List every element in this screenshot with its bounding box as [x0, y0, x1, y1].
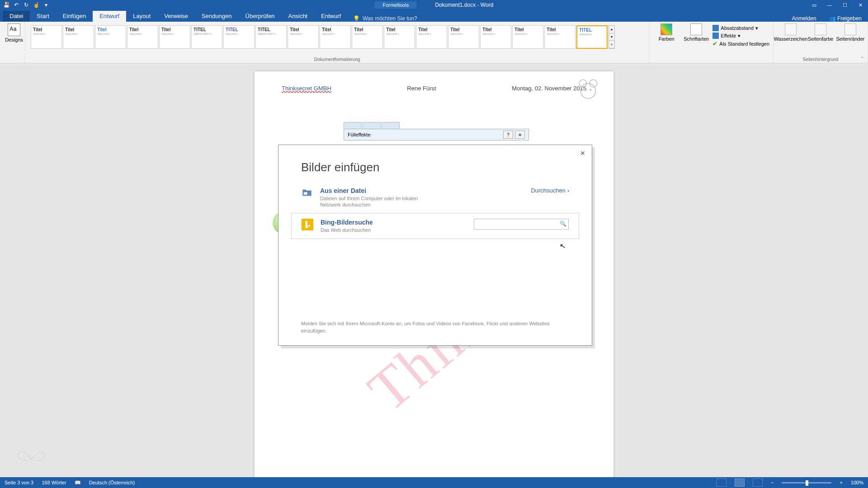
- proofing-icon[interactable]: 📖: [75, 480, 81, 486]
- zoom-in-icon[interactable]: +: [840, 480, 842, 485]
- zoom-out-icon[interactable]: −: [771, 480, 774, 485]
- svg-rect-5: [303, 192, 307, 195]
- header-date: Montag, 02. November 2015: [512, 85, 586, 92]
- ribbon-tabs: Datei Start Einfügen Entwurf Layout Verw…: [0, 10, 868, 22]
- close-window-icon[interactable]: ✕: [853, 0, 868, 10]
- theme-thumb-2[interactable]: TitelÜberschrift 1: [95, 25, 126, 49]
- collapse-ribbon-icon[interactable]: ⌃: [860, 56, 864, 61]
- tab-mailings[interactable]: Sendungen: [195, 11, 239, 22]
- redo-icon[interactable]: ↻: [23, 1, 30, 9]
- set-default-button[interactable]: ✔Als Standard festlegen: [712, 40, 769, 47]
- paragraph-spacing-button[interactable]: Absatzabstand ▾: [712, 24, 769, 32]
- themes-button[interactable]: Designs: [4, 23, 24, 42]
- fonts-button[interactable]: Schriftarten: [683, 23, 710, 42]
- fill-effects-tabs: [344, 122, 400, 129]
- from-file-subtext: Dateien auf Ihrem Computer oder im lokal…: [320, 195, 438, 208]
- tab-insert[interactable]: Einfügen: [56, 11, 93, 22]
- watermark-button[interactable]: Wasserzeichen: [777, 23, 804, 42]
- theme-thumb-15[interactable]: TitelÜberschrift 1: [512, 25, 543, 49]
- check-icon: ✔: [712, 40, 717, 47]
- theme-thumb-6[interactable]: TITELÜberschrift 1: [223, 25, 255, 49]
- theme-thumb-12[interactable]: TitelÜberschrift 1: [416, 25, 447, 49]
- close-dialog-icon[interactable]: ✕: [515, 131, 525, 139]
- fill-tab[interactable]: [344, 122, 362, 129]
- theme-thumb-5[interactable]: TITELÜBERSCHRIFT 1: [191, 25, 222, 49]
- status-words[interactable]: 168 Wörter: [42, 480, 66, 485]
- bing-heading: Bing-Bildersuche: [321, 219, 467, 226]
- tab-review[interactable]: Überprüfen: [239, 11, 282, 22]
- zoom-level[interactable]: 100%: [851, 480, 863, 485]
- tab-start[interactable]: Start: [30, 11, 56, 22]
- read-mode-icon[interactable]: [717, 479, 726, 487]
- bing-search-option[interactable]: Bing-Bildersuche Das Web durchsuchen 🔍: [291, 213, 579, 239]
- search-icon[interactable]: 🔍: [560, 221, 566, 227]
- lightbulb-icon: 💡: [353, 15, 360, 22]
- svg-point-1: [579, 80, 587, 87]
- browse-link[interactable]: Durchsuchen ›: [531, 187, 569, 194]
- effects-button[interactable]: Effekte ▾: [712, 32, 769, 39]
- bing-search-box[interactable]: 🔍: [474, 219, 569, 230]
- group-label-docformat: Dokumentformatierung: [29, 56, 645, 62]
- help-icon[interactable]: ?: [503, 131, 513, 139]
- tab-references[interactable]: Verweise: [157, 11, 195, 22]
- theme-thumb-11[interactable]: TitelÜberschrift 1: [384, 25, 415, 49]
- tab-file[interactable]: Datei: [3, 11, 30, 22]
- fill-effects-dialog-titlebar[interactable]: Fülleffekte ? ✕: [344, 129, 529, 141]
- tab-design[interactable]: Entwurf: [93, 11, 126, 22]
- share-button[interactable]: 👥 Freigeben: [823, 15, 868, 22]
- sign-in-link[interactable]: Anmelden: [786, 15, 823, 22]
- qat-dropdown-icon[interactable]: ▾: [42, 1, 50, 9]
- fill-tab[interactable]: [363, 122, 381, 129]
- title-bar: 💾 ↶ ↻ ☝ ▾ Formeltools Dokument1.docx - W…: [0, 0, 868, 10]
- maximize-icon[interactable]: ☐: [837, 0, 853, 10]
- zoom-thumb[interactable]: [806, 480, 808, 486]
- quick-access-toolbar: 💾 ↶ ↻ ☝ ▾: [0, 1, 50, 9]
- from-file-option[interactable]: Aus einer Datei Dateien auf Ihrem Comput…: [278, 183, 592, 213]
- tab-formula-design[interactable]: Entwurf: [314, 11, 348, 22]
- zoom-slider[interactable]: [782, 482, 831, 483]
- gallery-more-icon[interactable]: ▿: [609, 41, 614, 48]
- fill-tab[interactable]: [382, 122, 400, 129]
- web-layout-icon[interactable]: [753, 479, 763, 487]
- ribbon-options-icon[interactable]: ▭: [807, 0, 822, 10]
- colors-button[interactable]: Farben: [653, 23, 680, 42]
- group-label-pagebg: Seitenhintergrund: [777, 56, 864, 62]
- touch-icon[interactable]: ☝: [33, 1, 40, 9]
- bing-search-input[interactable]: [477, 219, 557, 229]
- minimize-icon[interactable]: —: [822, 0, 837, 10]
- page-borders-button[interactable]: Seitenränder: [837, 23, 864, 42]
- gallery-down-icon[interactable]: ▾: [609, 33, 614, 41]
- status-language[interactable]: Deutsch (Österreich): [89, 480, 135, 485]
- page-color-button[interactable]: Seitenfarbe: [807, 23, 834, 42]
- theme-thumb-4[interactable]: TitelÜberschrift 1: [159, 25, 190, 49]
- from-file-heading: Aus einer Datei: [320, 187, 524, 194]
- theme-thumb-7[interactable]: TITELÜBERSCHRIFT 1: [255, 25, 287, 49]
- theme-thumb-17[interactable]: TITELÜberschrift 1: [576, 25, 608, 49]
- ribbon: Designs TitelÜberschrift 1 TitelÜberschr…: [0, 22, 868, 63]
- close-icon[interactable]: ✕: [578, 149, 587, 158]
- theme-thumb-9[interactable]: TitelÜberschrift 1: [320, 25, 351, 49]
- theme-thumb-16[interactable]: TitelÜberschrift 1: [544, 25, 576, 49]
- gallery-up-icon[interactable]: ▴: [609, 26, 614, 33]
- theme-thumb-0[interactable]: TitelÜberschrift 1: [31, 25, 62, 49]
- status-page[interactable]: Seite 3 von 3: [5, 480, 33, 485]
- tab-layout[interactable]: Layout: [126, 11, 157, 22]
- theme-thumb-13[interactable]: TitelÜberschrift 1: [448, 25, 479, 49]
- themes-icon: [8, 23, 20, 36]
- theme-thumb-8[interactable]: TitelÜberschrift 1: [288, 25, 319, 49]
- theme-thumb-14[interactable]: TitelÜberschrift 1: [480, 25, 511, 49]
- tab-view[interactable]: Ansicht: [282, 11, 315, 22]
- save-icon[interactable]: 💾: [3, 1, 10, 9]
- header-author: Rene Fürst: [407, 85, 436, 92]
- theme-thumb-10[interactable]: TitelÜberschrift 1: [352, 25, 383, 49]
- theme-thumb-1[interactable]: TitelÜberschrift 1: [63, 25, 94, 49]
- print-layout-icon[interactable]: [735, 479, 745, 487]
- bing-icon: [302, 219, 313, 230]
- contextual-tab-label: Formeltools: [375, 1, 417, 9]
- undo-icon[interactable]: ↶: [13, 1, 20, 9]
- tell-me-search[interactable]: 💡 Was möchten Sie tun?: [353, 15, 417, 22]
- theme-thumb-3[interactable]: TitelÜberschrift 1: [127, 25, 158, 49]
- spacing-icon: [712, 25, 719, 31]
- mouse-logo-icon: [576, 77, 600, 100]
- theme-gallery: TitelÜberschrift 1 TitelÜberschrift 1 Ti…: [29, 23, 617, 49]
